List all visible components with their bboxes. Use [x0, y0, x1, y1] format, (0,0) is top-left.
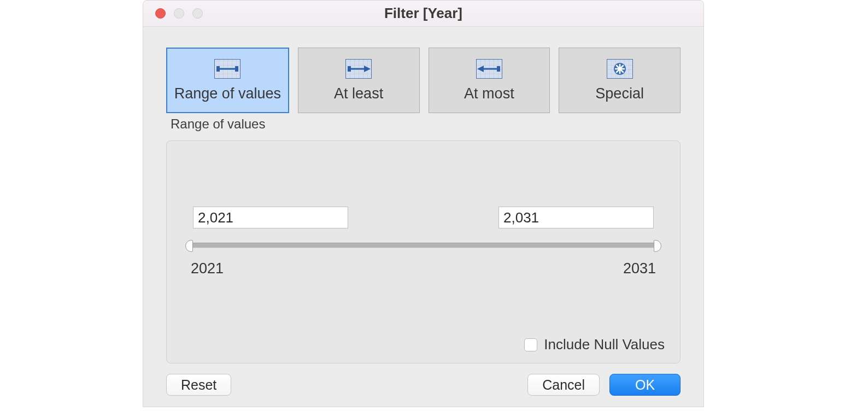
tab-at-most[interactable]: At most [429, 48, 550, 113]
slider-handle-max[interactable] [654, 240, 661, 252]
svg-rect-4 [348, 66, 351, 72]
scale-max-label: 2031 [623, 260, 656, 277]
maximize-icon[interactable] [192, 8, 203, 19]
tab-label: Range of values [174, 85, 281, 102]
range-max-input[interactable] [498, 207, 654, 228]
slider-scale: 2021 2031 [190, 260, 657, 277]
svg-rect-2 [235, 66, 238, 72]
minimize-icon[interactable] [174, 8, 184, 19]
selected-tab-caption: Range of values [143, 113, 703, 132]
include-null-label: Include Null Values [544, 336, 665, 353]
range-min-input[interactable] [193, 207, 348, 228]
include-null-checkbox[interactable] [524, 338, 537, 351]
tab-label: Special [595, 85, 644, 102]
close-icon[interactable] [155, 8, 166, 19]
tab-label: At most [464, 85, 514, 102]
tab-range-of-values[interactable]: Range of values [166, 48, 289, 113]
ok-button[interactable]: OK [609, 374, 681, 396]
filter-type-tabs: Range of values At least At most [143, 27, 703, 113]
svg-rect-8 [497, 66, 500, 72]
cancel-button[interactable]: Cancel [527, 374, 600, 396]
tab-at-least[interactable]: At least [298, 48, 420, 113]
tab-special[interactable]: Special [559, 48, 681, 113]
at-most-icon [476, 59, 502, 79]
window-title: Filter [Year] [143, 5, 703, 22]
include-null-row[interactable]: Include Null Values [524, 336, 665, 353]
range-inputs [193, 207, 654, 228]
filter-dialog: Filter [Year] Range of values At lea [143, 0, 704, 407]
range-panel: 2021 2031 Include Null Values [166, 140, 681, 363]
slider-track [190, 243, 657, 248]
slider-handle-min[interactable] [185, 240, 193, 252]
svg-rect-1 [216, 66, 220, 72]
reset-button[interactable]: Reset [166, 374, 231, 396]
tab-label: At least [334, 85, 383, 102]
window-controls [155, 8, 203, 19]
range-slider[interactable]: 2021 2031 [190, 243, 657, 277]
dialog-footer: Reset Cancel OK [166, 374, 681, 396]
titlebar: Filter [Year] [143, 1, 703, 27]
at-least-icon [345, 59, 372, 79]
svg-marker-5 [364, 66, 371, 72]
special-icon [607, 59, 633, 79]
scale-min-label: 2021 [191, 260, 224, 277]
range-icon [214, 59, 241, 79]
